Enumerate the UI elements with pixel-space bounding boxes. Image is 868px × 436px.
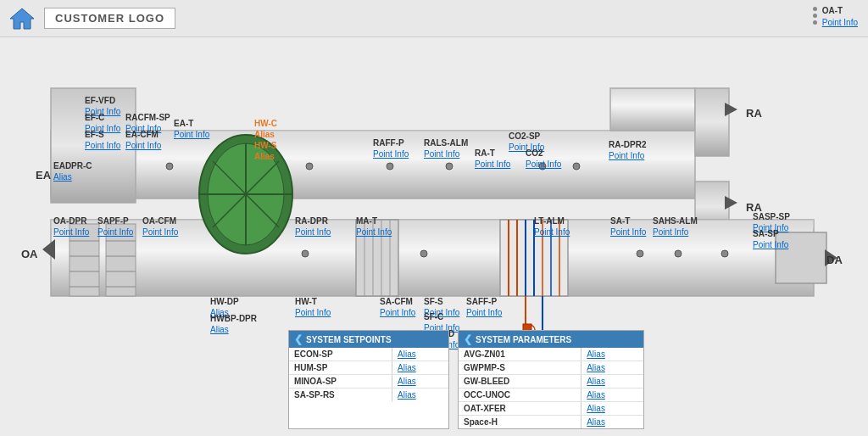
ra-dpr2-point-info[interactable]: Point Info bbox=[609, 150, 646, 161]
row-alias[interactable]: Alias bbox=[581, 416, 643, 429]
row-name: OAT-XFER bbox=[459, 402, 581, 416]
ra-dpr-point-info[interactable]: Point Info bbox=[295, 226, 331, 238]
table-row: OAT-XFER Alias bbox=[459, 402, 643, 416]
sahs-alm-point-info[interactable]: Point Info bbox=[653, 226, 698, 238]
ea-cfm-point-info[interactable]: Point Info bbox=[125, 140, 161, 151]
customer-logo: CUSTOMER LOGO bbox=[44, 8, 175, 29]
co2-label: CO2 Point Info bbox=[526, 148, 561, 170]
table-row: GWPMP-S Alias bbox=[459, 361, 643, 375]
table-row: HUM-SP Alias bbox=[289, 361, 448, 375]
table-row: AVG-ZN01 Alias bbox=[459, 348, 643, 361]
saff-p-label: SAFF-P Point Info bbox=[466, 296, 502, 318]
row-name: MINOA-SP bbox=[289, 375, 392, 388]
lt-alm-point-info[interactable]: Point Info bbox=[534, 226, 570, 238]
svg-point-46 bbox=[306, 163, 313, 170]
row-alias[interactable]: Alias bbox=[581, 375, 643, 388]
svg-marker-56 bbox=[42, 239, 55, 260]
row-alias[interactable]: Alias bbox=[581, 361, 643, 375]
setpoints-title: SYSTEM SETPOINTS bbox=[306, 335, 392, 344]
svg-marker-0 bbox=[10, 8, 34, 29]
row-name: OCC-UNOC bbox=[459, 388, 581, 402]
ea-cfm-label: EA-CFM Point Info bbox=[125, 129, 161, 151]
rals-alm-label: RALS-ALM Point Info bbox=[424, 137, 468, 159]
hw-t-label: HW-T Point Info bbox=[295, 296, 331, 318]
row-alias[interactable]: Alias bbox=[392, 375, 448, 388]
row-alias[interactable]: Alias bbox=[392, 348, 448, 361]
co2-point-info[interactable]: Point Info bbox=[526, 159, 561, 170]
svg-point-51 bbox=[302, 250, 309, 257]
header: CUSTOMER LOGO OA-T Point Info bbox=[0, 0, 868, 37]
oa-label: OA bbox=[21, 248, 38, 260]
svg-rect-4 bbox=[695, 88, 729, 156]
parameters-table: ❮ SYSTEM PARAMETERS AVG-ZN01 Alias GWPMP… bbox=[458, 330, 644, 429]
svg-marker-58 bbox=[725, 196, 737, 210]
sa-cfm-point-info[interactable]: Point Info bbox=[380, 307, 415, 318]
svg-point-47 bbox=[387, 163, 393, 170]
oa-cfm-label: OA-CFM Point Info bbox=[142, 215, 178, 238]
sapf-p-label: SAPF-P Point Info bbox=[97, 215, 133, 238]
hw-c-label: HW-C Alias HW-S Alias bbox=[254, 118, 277, 162]
row-name: Space-H bbox=[459, 416, 581, 429]
row-name: GW-BLEED bbox=[459, 375, 581, 388]
svg-point-50 bbox=[573, 163, 580, 170]
row-alias[interactable]: Alias bbox=[581, 348, 643, 361]
setpoints-table: ❮ SYSTEM SETPOINTS ECON-SP Alias HUM-SP … bbox=[288, 330, 449, 429]
row-alias[interactable]: Alias bbox=[581, 402, 643, 416]
svg-point-55 bbox=[721, 250, 728, 257]
ra-dpr-label: RA-DPR Point Info bbox=[295, 215, 331, 238]
setpoints-data: ECON-SP Alias HUM-SP Alias MINOA-SP Alia… bbox=[289, 348, 448, 401]
sa-t-point-info[interactable]: Point Info bbox=[610, 226, 646, 238]
row-alias[interactable]: Alias bbox=[392, 388, 448, 402]
rals-alm-point-info[interactable]: Point Info bbox=[424, 148, 468, 159]
ef-s-point-info[interactable]: Point Info bbox=[85, 140, 120, 151]
diagram: EA OA RA RA DA EADPR-C Alias EF-VFD Poin… bbox=[0, 37, 868, 436]
oa-dpr-point-info[interactable]: Point Info bbox=[53, 226, 89, 238]
svg-rect-3 bbox=[610, 88, 695, 131]
row-name: ECON-SP bbox=[289, 348, 392, 361]
oa-cfm-point-info[interactable]: Point Info bbox=[142, 226, 178, 238]
eadpr-c-alias[interactable]: Alias bbox=[53, 171, 92, 182]
ma-t-point-info[interactable]: Point Info bbox=[356, 226, 392, 238]
hw-t-point-info[interactable]: Point Info bbox=[295, 307, 331, 318]
oa-t-label: OA-T Point Info bbox=[822, 5, 858, 29]
row-alias[interactable]: Alias bbox=[392, 361, 448, 375]
ra-top-label: RA bbox=[746, 107, 762, 120]
sa-sp-label: SA-SP Point Info bbox=[753, 228, 788, 250]
ra-dpr2-label: RA-DPR2 Point Info bbox=[609, 139, 646, 161]
raff-p-point-info[interactable]: Point Info bbox=[373, 148, 409, 159]
svg-point-54 bbox=[675, 250, 682, 257]
ma-t-label: MA-T Point Info bbox=[356, 215, 392, 238]
table-row: GW-BLEED Alias bbox=[459, 375, 643, 388]
parameters-arrow-icon: ❮ bbox=[464, 333, 472, 345]
table-row: SA-SP-RS Alias bbox=[289, 388, 448, 402]
hw-s-alias[interactable]: Alias bbox=[254, 151, 277, 162]
oa-t-name: OA-T bbox=[822, 5, 858, 17]
svg-point-52 bbox=[420, 250, 427, 257]
sahs-alm-label: SAHS-ALM Point Info bbox=[653, 215, 698, 238]
svg-point-53 bbox=[637, 250, 643, 257]
sapf-p-point-info[interactable]: Point Info bbox=[97, 226, 133, 238]
table-row: Space-H Alias bbox=[459, 416, 643, 429]
setpoints-header: ❮ SYSTEM SETPOINTS bbox=[289, 331, 448, 348]
table-row: OCC-UNOC Alias bbox=[459, 388, 643, 402]
ea-t-label: EA-T Point Info bbox=[174, 118, 209, 140]
row-alias[interactable]: Alias bbox=[581, 388, 643, 402]
ef-s-label: EF-S Point Info bbox=[85, 129, 120, 151]
svg-point-45 bbox=[166, 163, 173, 170]
hw-c-alias[interactable]: Alias bbox=[254, 129, 277, 140]
sa-sp-point-info[interactable]: Point Info bbox=[753, 239, 788, 250]
home-icon[interactable] bbox=[8, 5, 36, 32]
setpoints-arrow-icon: ❮ bbox=[294, 333, 303, 345]
row-name: GWPMP-S bbox=[459, 361, 581, 375]
saff-p-point-info[interactable]: Point Info bbox=[466, 307, 502, 318]
ea-t-point-info[interactable]: Point Info bbox=[174, 129, 209, 140]
eadpr-c-label: EADPR-C Alias bbox=[53, 160, 92, 182]
table-row: MINOA-SP Alias bbox=[289, 375, 448, 388]
row-name: AVG-ZN01 bbox=[459, 348, 581, 361]
oa-t-point-info[interactable]: Point Info bbox=[822, 17, 858, 29]
raff-p-label: RAFF-P Point Info bbox=[373, 137, 409, 159]
sa-cfm-label: SA-CFM Point Info bbox=[380, 296, 415, 318]
hwbp-dpr-alias[interactable]: Alias bbox=[210, 324, 257, 335]
row-name: SA-SP-RS bbox=[289, 388, 392, 402]
ra-t-point-info[interactable]: Point Info bbox=[475, 159, 510, 170]
